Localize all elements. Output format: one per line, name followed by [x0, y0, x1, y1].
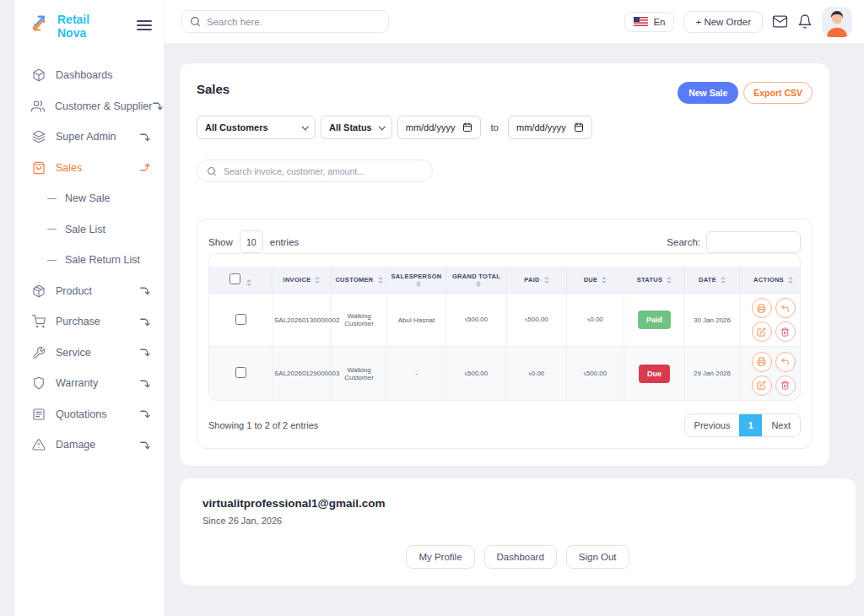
sidebar-item-label: Product [56, 285, 92, 297]
new-order-button[interactable]: + New Order [683, 11, 763, 33]
table-search-input[interactable] [706, 231, 801, 253]
column-label: STATUS [637, 276, 663, 284]
brand-logo[interactable]: Retail Nova [15, 0, 164, 48]
return-button[interactable] [775, 352, 796, 372]
invoice-search[interactable] [197, 159, 433, 182]
account-footer-card: virtualitprofessional1@gmail.com Since 2… [180, 478, 856, 586]
column-header-paid[interactable]: PAID [507, 267, 567, 294]
sign-out-button[interactable]: Sign Out [566, 545, 629, 569]
cell-date: 30 Jan 2026 [685, 294, 740, 347]
column-header-grand-total[interactable]: GRAND TOTAL [446, 267, 507, 294]
delete-button[interactable] [775, 322, 796, 342]
shopping-cart-icon [31, 315, 46, 328]
sidebar-item-label: New Sale [65, 192, 111, 204]
global-search-input[interactable] [207, 17, 381, 27]
user-avatar[interactable] [822, 7, 852, 37]
select-all-header [209, 267, 273, 294]
sidebar-item-dashboards[interactable]: Dashboards [15, 60, 164, 91]
column-label: PAID [524, 276, 540, 284]
entries-count-input[interactable] [240, 230, 263, 253]
show-label: Show [208, 237, 233, 247]
global-search[interactable] [181, 10, 389, 33]
return-button[interactable] [775, 298, 796, 318]
dashboard-button[interactable]: Dashboard [484, 545, 557, 569]
language-label: En [653, 17, 665, 27]
notifications-button[interactable] [797, 14, 813, 30]
sort-icon [315, 277, 320, 284]
cell-grand-total: ৳500.00 [446, 347, 507, 400]
invoice-search-input[interactable] [224, 166, 423, 176]
table-row: SAL20260130000002 Walking Customer Abul … [209, 294, 801, 347]
column-label: GRAND TOTAL [452, 273, 500, 280]
row-checkbox[interactable] [235, 314, 246, 325]
delete-button[interactable] [775, 376, 796, 396]
expand-down-icon [139, 378, 150, 389]
entries-summary: Showing 1 to 2 of 2 entries [208, 420, 318, 430]
select-all-checkbox[interactable] [230, 273, 240, 284]
cell-customer: Walking Customer [332, 347, 387, 400]
messages-button[interactable] [772, 14, 788, 30]
column-label: INVOICE [284, 276, 311, 284]
sidebar-item-label: Sale List [65, 224, 105, 235]
entries-label: entries [270, 237, 300, 247]
column-header-due[interactable]: DUE [567, 267, 624, 294]
column-header-customer[interactable]: CUSTOMER [332, 267, 387, 294]
cell-paid: ৳0.00 [507, 347, 567, 400]
column-header-actions[interactable]: ACTIONS [740, 267, 801, 294]
customers-select[interactable]: All Customers [197, 116, 316, 139]
sidebar-item-service[interactable]: Service [15, 338, 164, 369]
sidebar-item-new-sale[interactable]: New Sale [15, 183, 164, 214]
sidebar-item-label: Purchase [56, 316, 100, 327]
print-button[interactable] [752, 298, 772, 318]
edit-button[interactable] [752, 322, 772, 342]
sidebar-item-label: Sale Return List [65, 254, 140, 266]
dash-icon [47, 260, 57, 261]
us-flag-icon [634, 17, 648, 26]
previous-page-button[interactable]: Previous [685, 414, 740, 436]
page-number-button[interactable]: 1 [739, 414, 762, 436]
sidebar-item-super-admin[interactable]: Super Admin [15, 122, 164, 153]
sidebar-item-damage[interactable]: Damage [15, 430, 164, 461]
sidebar: Retail Nova Dashboards Customer & Suppli… [15, 0, 165, 616]
account-email: virtualitprofessional1@gmail.com [202, 497, 833, 510]
date-to-input[interactable]: mm/dd/yyyy [508, 116, 592, 139]
my-profile-button[interactable]: My Profile [406, 545, 474, 569]
column-header-salesperson[interactable]: SALESPERSON [387, 267, 446, 294]
cell-date: 29 Jan 2026 [685, 347, 740, 400]
next-page-button[interactable]: Next [762, 414, 800, 436]
alert-triangle-icon [31, 438, 46, 451]
hamburger-menu-icon[interactable] [137, 19, 152, 31]
column-header-date[interactable]: DATE [685, 267, 740, 294]
sidebar-item-customer-supplier[interactable]: Customer & Supplier [15, 91, 164, 122]
date-from-input[interactable]: mm/dd/yyyy [397, 116, 482, 139]
sidebar-item-product[interactable]: Product [15, 276, 164, 307]
print-button[interactable] [752, 352, 772, 372]
language-button[interactable]: En [624, 12, 674, 32]
sort-icon [788, 277, 793, 284]
export-csv-button[interactable]: Export CSV [743, 82, 813, 104]
table-search-label: Search: [667, 237, 700, 247]
column-header-invoice[interactable]: INVOICE [273, 267, 332, 294]
column-header-status[interactable]: STATUS [624, 267, 685, 294]
status-badge: Paid [638, 311, 671, 329]
expand-down-icon [139, 347, 150, 358]
sort-icon[interactable] [246, 279, 251, 286]
row-checkbox[interactable] [235, 367, 246, 378]
edit-button[interactable] [752, 376, 772, 396]
sidebar-item-warranty[interactable]: Warranty [15, 368, 164, 399]
sidebar-item-quotations[interactable]: Quotations [15, 399, 164, 430]
users-icon [31, 100, 45, 113]
status-select[interactable]: All Status [321, 116, 392, 139]
sidebar-item-sale-return-list[interactable]: Sale Return List [15, 245, 164, 276]
sidebar-item-sale-list[interactable]: Sale List [15, 214, 164, 246]
cell-invoice: SAL20260129000003 [273, 347, 332, 400]
sidebar-item-purchase[interactable]: Purchase [15, 306, 164, 338]
expand-down-icon [139, 285, 150, 296]
sidebar-item-label: Warranty [56, 377, 98, 389]
new-sale-button[interactable]: New Sale [678, 82, 738, 104]
main-content: Sales New Sale Export CSV All Customers … [165, 44, 864, 616]
expand-down-icon [139, 408, 150, 419]
column-label: SALESPERSON [392, 273, 442, 280]
sidebar-item-sales[interactable]: Sales [15, 153, 164, 184]
cell-customer: Walking Customer [332, 294, 387, 347]
